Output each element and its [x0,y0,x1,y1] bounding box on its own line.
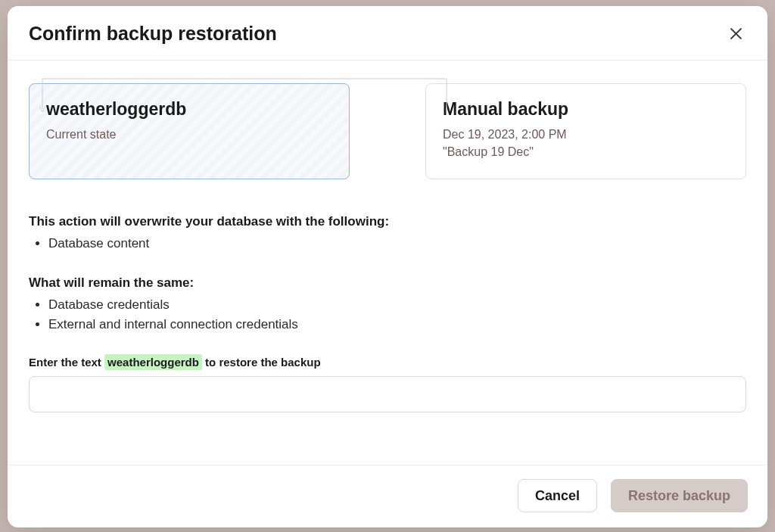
confirm-suffix: to restore the backup [205,356,321,369]
confirm-prefix: Enter the text [29,356,104,369]
close-button[interactable] [725,23,746,45]
modal-body: weatherloggerdb Current state Manual bac… [8,61,767,465]
list-item: External and internal connection credent… [48,315,746,334]
restore-diagram: weatherloggerdb Current state Manual bac… [29,83,746,179]
list-item: Database content [48,234,746,254]
remain-list: Database credentials External and intern… [29,295,746,335]
modal-header: Confirm backup restoration [8,6,767,61]
modal-title: Confirm backup restoration [29,23,277,45]
current-state-card: weatherloggerdb Current state [29,83,350,179]
confirm-label: Enter the text weatherloggerdb to restor… [29,356,746,369]
confirm-restore-modal: Confirm backup restoration weatherlogger… [8,6,767,527]
modal-footer: Cancel Restore backup [8,465,767,527]
overwrite-section: This action will overwrite your database… [29,214,746,254]
list-item: Database credentials [48,295,746,315]
backup-name: "Backup 19 Dec" [443,143,729,160]
overwrite-list: Database content [29,234,746,254]
remain-heading: What will remain the same: [29,275,746,291]
confirm-section: Enter the text weatherloggerdb to restor… [29,356,746,412]
backup-card: Manual backup Dec 19, 2023, 2:00 PM "Bac… [425,83,746,179]
overwrite-heading: This action will overwrite your database… [29,214,746,229]
current-db-name: weatherloggerdb [46,99,332,120]
confirm-highlight: weatherloggerdb [104,354,202,370]
restore-button[interactable]: Restore backup [611,479,748,512]
remain-section: What will remain the same: Database cred… [29,275,746,335]
confirm-input[interactable] [29,376,746,412]
current-db-subtitle: Current state [46,126,332,143]
backup-title: Manual backup [443,99,729,120]
close-icon [730,28,742,39]
cancel-button[interactable]: Cancel [518,479,597,512]
backup-timestamp: Dec 19, 2023, 2:00 PM [443,126,729,143]
